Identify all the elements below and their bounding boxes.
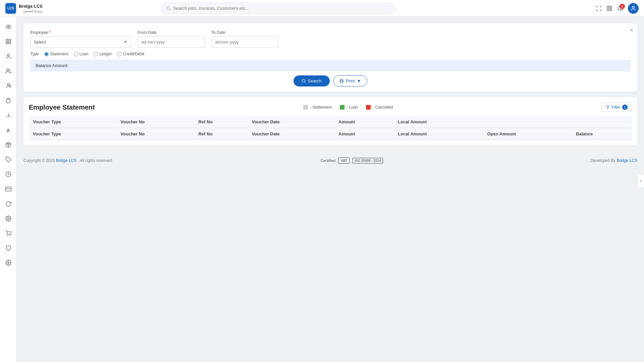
employee-select[interactable]: Select bbox=[30, 36, 131, 48]
sidebar-item-chart[interactable] bbox=[2, 109, 15, 122]
svg-rect-9 bbox=[9, 39, 10, 41]
main-content: × Employee* Select ▼ From Date To Date bbox=[17, 17, 644, 362]
search-button[interactable]: Search bbox=[293, 75, 330, 86]
col-open-amount: Open Amount bbox=[483, 128, 572, 140]
from-date-input[interactable] bbox=[138, 36, 205, 48]
print-dropdown-arrow: ▼ bbox=[357, 78, 361, 83]
sidebar-item-card[interactable] bbox=[2, 182, 15, 196]
sidebar-item-people[interactable] bbox=[2, 64, 15, 78]
svg-point-13 bbox=[6, 69, 8, 71]
svg-point-12 bbox=[7, 54, 9, 56]
sidebar-item-settings[interactable] bbox=[2, 256, 15, 269]
sidebar-item-text[interactable]: A bbox=[2, 123, 15, 137]
sidebar-item-gear-small[interactable] bbox=[2, 212, 15, 225]
svg-point-27 bbox=[7, 218, 9, 220]
col-voucher-no-1: Voucher No bbox=[116, 116, 194, 128]
svg-rect-5 bbox=[610, 9, 612, 10]
footer-developer: Developed By Bridge LCS bbox=[591, 158, 637, 163]
certifications: Certified VAT ISO 25000 : 2014 bbox=[321, 158, 383, 164]
filter-icon bbox=[606, 105, 610, 109]
topnav: LCS Bridge LCS بريدج لبسس 2 bbox=[0, 0, 644, 17]
to-date-input[interactable] bbox=[211, 36, 278, 48]
sidebar-item-clock[interactable] bbox=[2, 168, 15, 181]
search-btn-icon bbox=[302, 79, 306, 83]
table-header-row-2: Voucher Type Voucher No Ref No Voucher D… bbox=[29, 128, 632, 140]
col-ref-no-2: Ref No bbox=[194, 128, 248, 140]
footer-copyright: Copyright © 2020 Bridge LCS . All rights… bbox=[23, 158, 113, 163]
svg-rect-11 bbox=[9, 42, 10, 44]
chevron-left-icon bbox=[639, 179, 643, 183]
svg-point-14 bbox=[7, 83, 9, 85]
col-voucher-date-2: Voucher Date bbox=[248, 128, 334, 140]
svg-point-31 bbox=[302, 79, 305, 82]
footer-developer-link[interactable]: Bridge LCS bbox=[617, 158, 637, 163]
employee-field: Employee* Select ▼ bbox=[30, 30, 131, 48]
radio-loan[interactable]: Loan bbox=[74, 52, 89, 56]
svg-line-21 bbox=[7, 143, 9, 144]
radio-credit-debit[interactable]: Credit/Debit bbox=[117, 52, 144, 56]
avatar[interactable] bbox=[628, 3, 639, 14]
svg-point-6 bbox=[632, 6, 634, 8]
svg-point-30 bbox=[7, 262, 9, 264]
svg-point-29 bbox=[10, 235, 11, 236]
cancelled-dot bbox=[366, 105, 371, 110]
print-button[interactable]: Print ▼ bbox=[333, 75, 368, 86]
sidebar-item-cart[interactable] bbox=[2, 227, 15, 240]
grid-button[interactable] bbox=[606, 5, 612, 11]
global-search-input[interactable] bbox=[173, 6, 391, 11]
sidebar-item-clipboard[interactable] bbox=[2, 94, 15, 107]
employee-select-wrapper: Select ▼ bbox=[30, 36, 131, 48]
svg-rect-3 bbox=[610, 6, 612, 8]
sidebar-item-package[interactable] bbox=[2, 138, 15, 152]
vat-certification: VAT bbox=[338, 158, 350, 164]
to-date-field: To Date bbox=[211, 30, 278, 48]
close-button[interactable]: × bbox=[630, 27, 633, 34]
table-section: Employee Statement - Settlement - Loan -… bbox=[23, 97, 637, 145]
col-voucher-type-2: Voucher Type bbox=[29, 128, 116, 140]
svg-rect-25 bbox=[5, 187, 11, 191]
sidebar-item-eye[interactable] bbox=[2, 20, 15, 34]
radio-statement[interactable]: Statement bbox=[44, 52, 68, 56]
table-title: Employee Statement bbox=[29, 104, 95, 111]
settlement-dot bbox=[303, 105, 308, 110]
sidebar-item-person-add[interactable] bbox=[2, 79, 15, 93]
col-voucher-no-2: Voucher No bbox=[116, 128, 194, 140]
radio-ledger[interactable]: Ledger bbox=[94, 52, 112, 56]
sidebar-item-grid[interactable] bbox=[2, 35, 15, 48]
svg-point-0 bbox=[167, 6, 170, 9]
col-local-amount-2: Local Amount bbox=[394, 128, 483, 140]
logo-sub: بريدج لبسس bbox=[19, 9, 43, 13]
col-balance: Balance bbox=[572, 128, 632, 140]
filter-button[interactable]: Filter 1 bbox=[601, 103, 632, 112]
right-collapse-button[interactable] bbox=[637, 174, 644, 188]
footer-company-link[interactable]: Bridge LCS bbox=[56, 158, 76, 163]
notifications-button[interactable]: 2 bbox=[617, 5, 623, 11]
global-search-bar[interactable] bbox=[161, 3, 396, 14]
print-icon bbox=[339, 79, 344, 83]
employee-label: Employee* bbox=[30, 30, 131, 35]
svg-rect-17 bbox=[7, 98, 9, 99]
col-voucher-type-1: Voucher Type bbox=[29, 116, 116, 128]
sidebar-item-person[interactable] bbox=[2, 50, 15, 63]
legend-loan: - Loan bbox=[340, 105, 358, 110]
svg-point-7 bbox=[7, 26, 9, 28]
notification-badge: 2 bbox=[620, 4, 625, 9]
svg-rect-2 bbox=[607, 6, 609, 8]
legend: - Settlement - Loan - Cancelled bbox=[303, 105, 393, 110]
col-empty-2 bbox=[572, 116, 632, 128]
grid-icon bbox=[606, 5, 612, 11]
fullscreen-button[interactable] bbox=[596, 5, 602, 11]
logo: LCS Bridge LCS بريدج لبسس bbox=[5, 3, 59, 14]
logo-name: Bridge LCS bbox=[19, 4, 43, 9]
sidebar-item-tag[interactable] bbox=[2, 153, 15, 166]
type-label: Type bbox=[30, 52, 39, 56]
sidebar-item-shield[interactable] bbox=[2, 241, 15, 255]
svg-point-28 bbox=[7, 235, 8, 236]
sidebar-item-refresh[interactable] bbox=[2, 197, 15, 210]
col-voucher-date-1: Voucher Date bbox=[248, 116, 334, 128]
fullscreen-icon bbox=[596, 5, 602, 11]
certified-label: Certified bbox=[321, 159, 336, 163]
svg-line-32 bbox=[305, 82, 305, 82]
svg-rect-33 bbox=[340, 81, 343, 83]
svg-rect-8 bbox=[6, 39, 8, 41]
